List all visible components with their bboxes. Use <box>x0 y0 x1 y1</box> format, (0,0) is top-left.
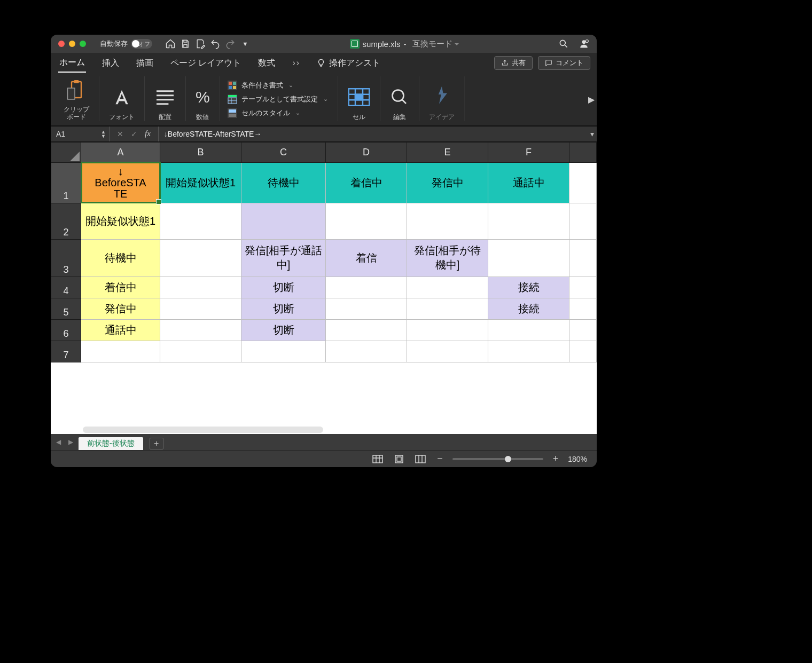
add-sheet-button[interactable]: + <box>150 438 163 449</box>
col-header-e[interactable]: E <box>407 142 488 162</box>
cell-d4[interactable] <box>326 277 407 298</box>
select-all-corner[interactable] <box>51 142 81 162</box>
col-header-c[interactable]: C <box>241 142 326 162</box>
save-icon[interactable] <box>180 38 191 49</box>
cell-f1[interactable]: 通話中 <box>488 162 569 203</box>
cell-g5[interactable] <box>569 298 597 319</box>
cell-c1[interactable]: 待機中 <box>241 162 326 203</box>
cell-b5[interactable] <box>160 298 241 319</box>
cell-c4[interactable]: 切断 <box>241 277 326 298</box>
cell-a6[interactable]: 通話中 <box>81 319 160 341</box>
row-header-6[interactable]: 6 <box>51 319 81 341</box>
window-zoom-button[interactable] <box>80 41 86 47</box>
row-header-5[interactable]: 5 <box>51 298 81 319</box>
view-page-layout-icon[interactable] <box>392 454 406 464</box>
sheet-nav-prev-icon[interactable]: ◀ <box>54 438 63 446</box>
tab-insert[interactable]: 挿入 <box>101 54 120 72</box>
cell-f6[interactable] <box>488 319 569 341</box>
cell-c3[interactable]: 発信[相手が通話中] <box>241 239 326 277</box>
cell-b6[interactable] <box>160 319 241 341</box>
cell-c7[interactable] <box>241 341 326 362</box>
share-button[interactable]: 共有 <box>494 56 533 70</box>
confirm-formula-icon[interactable]: ✓ <box>131 130 137 138</box>
zoom-in-button[interactable]: + <box>551 453 561 464</box>
account-icon[interactable] <box>579 38 589 49</box>
format-as-table-button[interactable]: テーブルとして書式設定⌄ <box>228 94 328 104</box>
name-box[interactable]: A1 ▲▼ <box>51 127 110 141</box>
col-header-a[interactable]: A <box>81 142 160 162</box>
view-normal-icon[interactable] <box>371 454 385 464</box>
conditional-formatting-button[interactable]: 条件付き書式⌄ <box>228 81 293 90</box>
cell-b4[interactable] <box>160 277 241 298</box>
cell-c2[interactable] <box>241 203 326 239</box>
spreadsheet-grid[interactable]: A B C D E F 1 ↓BeforeSTATE 開始疑似状態1 待機中 着… <box>51 142 597 434</box>
tab-overflow-icon[interactable]: ›› <box>291 55 301 71</box>
col-header-blank[interactable] <box>569 142 597 162</box>
row-header-4[interactable]: 4 <box>51 277 81 298</box>
cell-d5[interactable] <box>326 298 407 319</box>
fx-icon[interactable]: fx <box>145 129 151 138</box>
group-clipboard[interactable]: クリップ ボード <box>54 76 99 121</box>
window-minimize-button[interactable] <box>69 41 75 47</box>
group-number[interactable]: % 数値 <box>186 76 220 121</box>
cell-f5[interactable]: 接続 <box>488 298 569 319</box>
col-header-f[interactable]: F <box>488 142 569 162</box>
sheet-nav-next-icon[interactable]: ▶ <box>66 438 75 446</box>
formula-input[interactable]: ↓BeforeSTATE-AfterSTATE→ <box>159 130 587 138</box>
group-editing[interactable]: 編集 <box>380 76 419 121</box>
cell-a7[interactable] <box>81 341 160 362</box>
cell-e4[interactable] <box>407 277 488 298</box>
cell-d2[interactable] <box>326 203 407 239</box>
name-box-stepper-icon[interactable]: ▲▼ <box>101 130 106 138</box>
col-header-b[interactable]: B <box>160 142 241 162</box>
group-ideas[interactable]: アイデア <box>419 76 465 121</box>
cell-g6[interactable] <box>569 319 597 341</box>
cell-d6[interactable] <box>326 319 407 341</box>
cell-e2[interactable] <box>407 203 488 239</box>
cell-styles-button[interactable]: セルのスタイル⌄ <box>228 108 300 118</box>
cell-g1[interactable] <box>569 162 597 203</box>
cell-d1[interactable]: 着信中 <box>326 162 407 203</box>
window-close-button[interactable] <box>58 41 65 47</box>
col-header-d[interactable]: D <box>326 142 407 162</box>
group-font[interactable]: フォント <box>99 76 145 121</box>
tab-home[interactable]: ホーム <box>58 54 86 73</box>
comments-button[interactable]: コメント <box>538 56 590 70</box>
save-edit-icon[interactable] <box>195 38 206 49</box>
row-header-1[interactable]: 1 <box>51 162 81 203</box>
cell-b3[interactable] <box>160 239 241 277</box>
zoom-level-label[interactable]: 180% <box>568 455 587 463</box>
row-header-2[interactable]: 2 <box>51 203 81 239</box>
zoom-slider[interactable] <box>452 458 543 460</box>
cell-e5[interactable] <box>407 298 488 319</box>
cell-f7[interactable] <box>488 341 569 362</box>
redo-icon[interactable] <box>225 38 236 49</box>
tab-formulas[interactable]: 数式 <box>257 54 276 72</box>
formula-bar-expand-icon[interactable]: ▾ <box>587 130 597 138</box>
cell-b7[interactable] <box>160 341 241 362</box>
cell-e1[interactable]: 発信中 <box>407 162 488 203</box>
cell-c6[interactable]: 切断 <box>241 319 326 341</box>
cell-e3[interactable]: 発信[相手が待機中] <box>407 239 488 277</box>
cell-d7[interactable] <box>326 341 407 362</box>
cell-g2[interactable] <box>569 203 597 239</box>
cell-f3[interactable] <box>488 239 569 277</box>
zoom-out-button[interactable]: − <box>435 453 445 464</box>
cell-a3[interactable]: 待機中 <box>81 239 160 277</box>
search-icon[interactable] <box>558 38 569 49</box>
tell-me-button[interactable]: 操作アシスト <box>316 58 380 69</box>
ribbon-expand-icon[interactable]: ▶ <box>588 94 595 104</box>
cell-e6[interactable] <box>407 319 488 341</box>
sheet-tab-active[interactable]: 前状態-後状態 <box>79 437 143 450</box>
undo-icon[interactable] <box>210 38 221 49</box>
horizontal-scrollbar[interactable] <box>83 427 323 433</box>
row-header-7[interactable]: 7 <box>51 341 81 362</box>
cell-a4[interactable]: 着信中 <box>81 277 160 298</box>
row-header-3[interactable]: 3 <box>51 239 81 277</box>
tab-draw[interactable]: 描画 <box>135 54 154 72</box>
cell-a2[interactable]: 開始疑似状態1 <box>81 203 160 239</box>
cell-g7[interactable] <box>569 341 597 362</box>
document-title[interactable]: sumple.xls - 互換モード <box>350 39 459 49</box>
cell-g3[interactable] <box>569 239 597 277</box>
cell-e7[interactable] <box>407 341 488 362</box>
